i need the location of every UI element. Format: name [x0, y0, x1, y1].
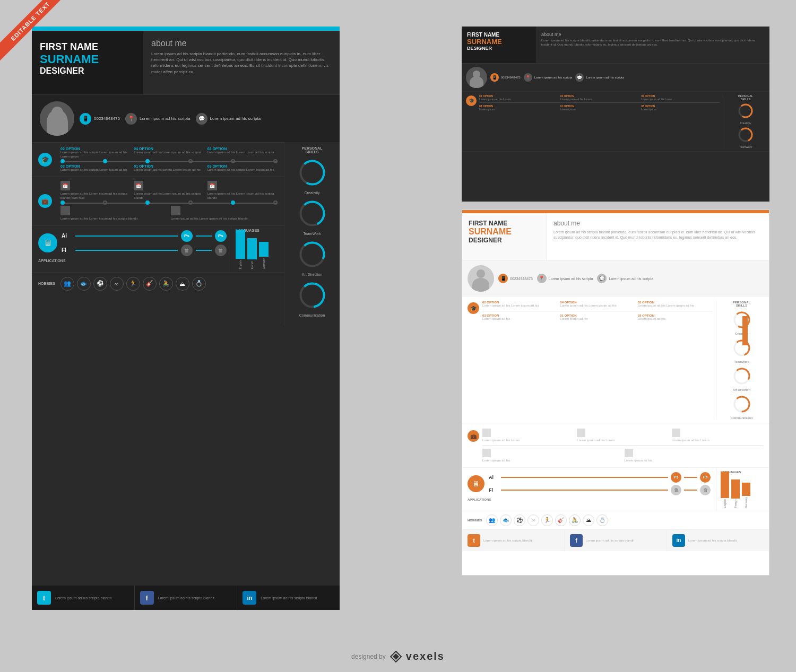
le1: 02 OPTIONLorem ipsum ad his Lorem ipsum …: [482, 301, 557, 308]
light-phone-icon: 📱: [498, 274, 508, 283]
pde4: 03 OPTIONLorem ipsum: [479, 104, 558, 111]
edu-entry-1: 02 OPTION Lorem ipsum ad his scripta Lor…: [60, 147, 131, 159]
light-apps-grid: Ai Ps Ps Fl 🗑 🗑: [489, 472, 711, 495]
light-bar-2: [684, 477, 697, 478]
about-me-text: Lorem ipsum ad his scripta blandit parti…: [151, 51, 332, 75]
light-social-footer: t Lorem ipsum ad his scripta blandit f L…: [462, 530, 769, 551]
linkedin-social: in Lorem ipsum ad his scripta blandit: [237, 586, 340, 610]
work-dot-open: [188, 200, 193, 205]
edu-option-label: 02 OPTION: [60, 147, 131, 151]
facebook-icon: f: [140, 591, 154, 605]
app-fl-bar: [75, 250, 178, 251]
lang-english: English: [236, 230, 245, 269]
edu-bottom-row: 03 OPTION Lorem ipsum ad his scripta Lor…: [60, 164, 278, 172]
light-lang-label-de: Germany: [745, 497, 748, 508]
message-contact: 💬 Lorem ipsum ad his scripta: [196, 113, 261, 125]
preview-dark-edu-top: 02 OPTIONLorem ipsum ad his Lorem 04 OPT…: [479, 94, 720, 101]
light-apps-inner: 🖥 Ai Ps Ps Fl 🗑: [468, 472, 711, 495]
light-edu-line: [482, 311, 713, 311]
preview-dark-location-icon: 📍: [524, 73, 532, 82]
work-icon-3: 📅: [207, 181, 217, 190]
light-apps-label: APPLICATIONS: [468, 498, 711, 501]
preview-dark-header-right: about me Lorem ipsum ad his scripta blan…: [536, 27, 769, 63]
light-header: FIRST NAME SURNAME DESIGNER about me Lor…: [462, 213, 769, 261]
edu-option-text: Lorem ipsum ad his scripta Lorem ipsum a…: [60, 168, 131, 172]
edu-entry-4: 03 OPTION Lorem ipsum ad his scripta Lor…: [60, 164, 131, 172]
le3: 02 OPTIONLorem ipsum ad his Lorem ipsum …: [638, 301, 713, 308]
edu-dot: [145, 159, 150, 163]
skills-panel: PERSONALSKILLS Creativity TeamWork: [284, 142, 340, 326]
twitter-text: Lorem ipsum ad his scripta blandit: [55, 596, 111, 600]
work-icon-1: 📅: [60, 181, 70, 190]
light-comm: Communication: [720, 394, 764, 420]
editable-text-banner: EDITABLE TEXT: [0, 0, 64, 63]
preview-dark-contact: 📱 00234948475 📍 Lorem ipsum ad his scrip…: [462, 64, 769, 92]
phone-contact: 📱 00234948475: [80, 113, 120, 125]
edu-entry-6: 03 OPTION Lorem ipsum ad his scripta Lor…: [207, 164, 278, 172]
light-edu-content: 02 OPTIONLorem ipsum ad his Lorem ipsum …: [482, 301, 713, 420]
light-bar-3: [684, 490, 697, 491]
hobbies-label: HOBBIES: [38, 282, 55, 285]
education-timeline: 02 OPTION Lorem ipsum ad his scripta Lor…: [60, 147, 278, 172]
location-contact: 📍 Lorem ipsum ad his scripta: [125, 113, 191, 125]
preview-skill-svg-2: [737, 126, 754, 143]
hobby-people: 👥: [60, 277, 74, 291]
hobby-mountain: ⛰: [176, 277, 189, 291]
light-hobby-1: 👥: [486, 514, 498, 526]
education-section: 🎓 02 OPTION Lorem ipsum ad his scripta L…: [32, 142, 284, 176]
le2: 04 OPTIONLorem ipsum ad his Lorem ipsum …: [560, 301, 635, 308]
work-icon-4: [60, 206, 70, 215]
edu-option-label: 03 OPTION: [60, 164, 131, 168]
light-monitor-icon: 🖥: [468, 475, 484, 492]
skill-teamwork: TeamWork: [287, 199, 337, 235]
location-icon: 📍: [125, 113, 137, 125]
edu-dot-open: [231, 159, 235, 163]
skill-creativity-label: Creativity: [287, 191, 337, 195]
pde3: 02 OPTIONLorem ipsum ad his Lorem: [641, 94, 720, 101]
light-trash-2: 🗑: [700, 485, 711, 495]
light-skill-svg-1: [732, 310, 752, 330]
work-text: Lorem ipsum ad his Lorem ipsum ad his sc…: [171, 217, 278, 221]
light-work-content: Lorem ipsum ad his Lorem Lorem ipsum ad …: [482, 429, 764, 463]
preview-dark-about-text: Lorem ipsum ad his scripta blandit parti…: [541, 39, 764, 47]
edu-entry-3: 02 OPTION Lorem ipsum ad his Lorem ipsum…: [207, 147, 278, 159]
light-preview: FIRST NAME SURNAME DESIGNER about me Lor…: [462, 210, 769, 575]
edu-option-label: 04 OPTION: [134, 147, 204, 151]
light-lang-bar-de: [742, 483, 750, 496]
preview-dark-phone-icon: 📱: [490, 73, 499, 82]
skill-artdir-label: Art Direction: [287, 273, 337, 276]
light-lang-bars: English French Germany: [721, 476, 765, 508]
light-app-fl: Fl: [489, 487, 498, 493]
skill-teamwork-svg: [298, 199, 327, 228]
light-avatar: [468, 265, 494, 292]
hobbies-section: HOBBIES 👥 🐟 ⚽ ∞ 🏃 🎸 🚴 ⛰ 💍: [32, 272, 284, 295]
edu-dots: [60, 159, 278, 163]
lw3: Lorem ipsum ad his Lorem: [672, 429, 764, 443]
light-app-ai: Ai: [489, 475, 498, 480]
lang-bar-germany: [259, 242, 269, 257]
light-hobby-8: ⛰: [583, 514, 594, 526]
light-hobby-3: ⚽: [514, 514, 525, 526]
lang-french: French: [247, 238, 257, 269]
light-twitter-text: Lorem ipsum ad his scripta blandit: [483, 539, 532, 542]
edu-entry-5: 01 OPTION Lorem ipsum ad his scripta Lor…: [134, 164, 204, 172]
light-ps-1: Ps: [671, 472, 681, 483]
light-languages: LANGUAGES English French Germany: [716, 468, 769, 511]
app-row-1: Ai Ps Ps: [62, 230, 227, 242]
light-skill-label-3: Art Direction: [720, 388, 764, 391]
light-header-left: FIRST NAME SURNAME DESIGNER: [462, 213, 547, 260]
light-about-text: Lorem ipsum ad his scripta blandit parti…: [553, 230, 763, 240]
light-location: 📍 Lorem ipsum ad his scripta: [537, 274, 593, 283]
facebook-social: f Lorem ipsum ad his scripta blandit: [134, 586, 237, 610]
twitter-social: t Lorem ipsum ad his scripta blandit: [32, 586, 134, 610]
resume-header: FIRST NAME SURNAME DESIGNER about me Lor…: [32, 31, 340, 94]
light-location-icon: 📍: [537, 274, 547, 283]
work-text: Lorem ipsum ad his Lorem ipsum ad his sc…: [134, 192, 204, 200]
linkedin-text: Lorem ipsum ad his scripta blandit: [261, 596, 317, 600]
edu-option-label: 01 OPTION: [134, 164, 204, 168]
app-ai-label: Ai: [62, 233, 72, 239]
work-icon-2: 📅: [134, 181, 143, 190]
social-footer: t Lorem ipsum ad his scripta blandit f L…: [32, 586, 340, 610]
lw4: Lorem ipsum ad his: [482, 449, 622, 463]
work-entry-2: 📅 Lorem ipsum ad his Lorem ipsum ad his …: [134, 181, 204, 200]
